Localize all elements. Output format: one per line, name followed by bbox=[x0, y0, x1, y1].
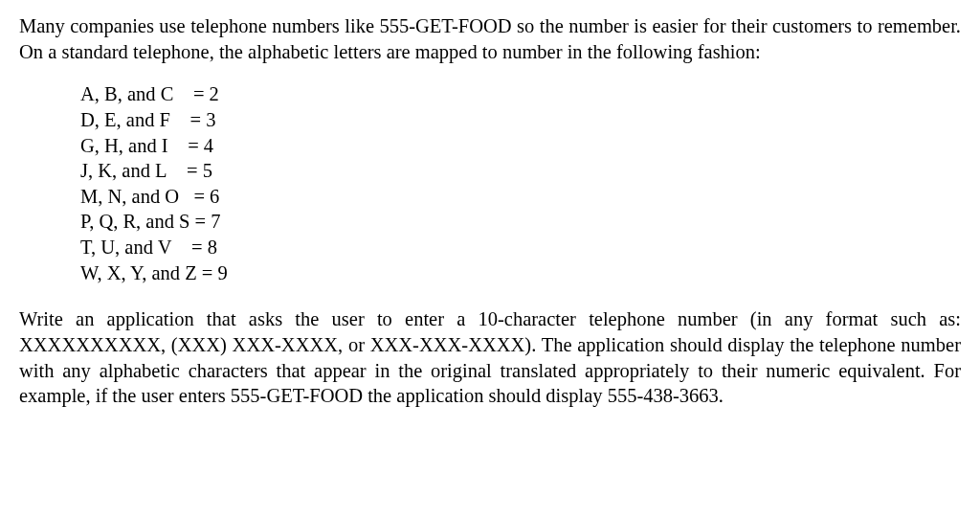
intro-paragraph: Many companies use telephone numbers lik… bbox=[19, 13, 961, 64]
mapping-row: M, N, and O = 6 bbox=[80, 184, 961, 210]
mapping-value: = 8 bbox=[171, 235, 216, 260]
mapping-value: = 2 bbox=[173, 81, 218, 107]
mapping-letters: W, X, Y, and Z bbox=[80, 260, 197, 286]
mapping-value: = 9 bbox=[197, 260, 228, 286]
mapping-value: = 6 bbox=[179, 184, 219, 210]
mapping-value: = 4 bbox=[168, 133, 213, 159]
mapping-letters: J, K, and L bbox=[80, 158, 167, 184]
mapping-row: P, Q, R, and S = 7 bbox=[80, 209, 961, 235]
mapping-letters: P, Q, R, and S bbox=[80, 209, 189, 235]
mapping-letters: T, U, and V bbox=[80, 235, 171, 260]
mapping-row: T, U, and V = 8 bbox=[80, 235, 961, 260]
mapping-letters: M, N, and O bbox=[80, 184, 179, 210]
mapping-letters: A, B, and C bbox=[80, 81, 173, 107]
mapping-row: W, X, Y, and Z = 9 bbox=[80, 260, 961, 286]
mapping-letters: D, E, and F bbox=[80, 107, 170, 133]
mapping-row: D, E, and F = 3 bbox=[80, 107, 961, 133]
mapping-row: J, K, and L = 5 bbox=[80, 158, 961, 184]
mapping-letters: G, H, and I bbox=[80, 133, 168, 159]
mapping-row: G, H, and I = 4 bbox=[80, 133, 961, 159]
mapping-value: = 3 bbox=[170, 107, 215, 133]
instructions-paragraph: Write an application that asks the user … bbox=[19, 306, 961, 409]
mapping-value: = 7 bbox=[189, 209, 220, 235]
mapping-table: A, B, and C = 2 D, E, and F = 3 G, H, an… bbox=[19, 81, 961, 285]
mapping-value: = 5 bbox=[167, 158, 212, 184]
mapping-row: A, B, and C = 2 bbox=[80, 81, 961, 107]
